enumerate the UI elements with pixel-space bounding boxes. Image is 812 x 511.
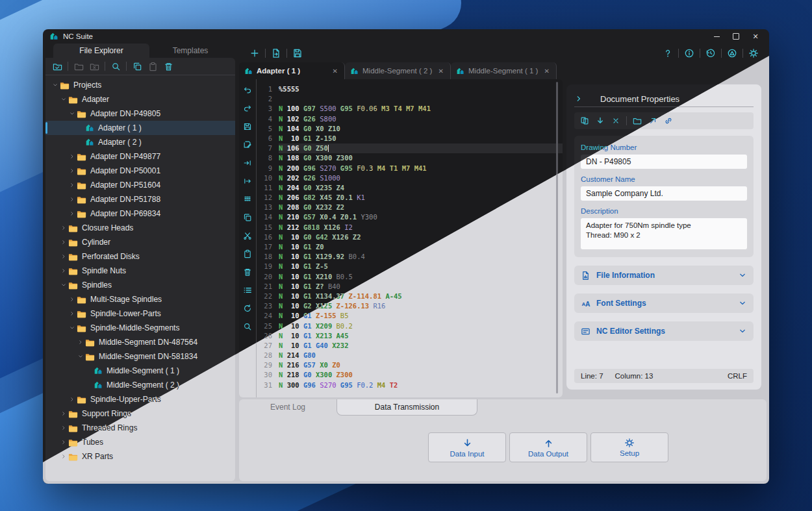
- expander-open-icon[interactable]: [68, 110, 77, 117]
- tree-folder-adapter-dn-p50001[interactable]: Adapter DN-P50001: [45, 164, 235, 178]
- save-badge-button[interactable]: [290, 46, 305, 60]
- editor-tab-middle-segment-1[interactable]: Middle-Segment ( 1 )✕: [451, 62, 557, 79]
- tree-folder-adapter-dn-p49877[interactable]: Adapter DN-P49877: [45, 149, 235, 164]
- tree-folder-tubes[interactable]: Tubes: [45, 435, 235, 449]
- search-button[interactable]: [108, 59, 123, 73]
- code-text[interactable]: N 218 G0 X300 Z300: [279, 370, 563, 380]
- code-text[interactable]: N 10 G1 X210 B0.5: [279, 272, 563, 282]
- code-text[interactable]: N 10 G1 X209 B0.2: [279, 321, 563, 331]
- expander-closed-icon[interactable]: [68, 210, 77, 217]
- nc-circle-button[interactable]: [724, 46, 740, 60]
- code-text[interactable]: N 10 G1 Z? B40: [279, 282, 563, 292]
- x-small-button[interactable]: [608, 114, 624, 128]
- list-button[interactable]: [241, 283, 255, 297]
- editor-scrollbar[interactable]: [556, 82, 558, 393]
- trash-button[interactable]: [241, 265, 255, 279]
- tree-folder-cylinder[interactable]: Cylinder: [45, 235, 235, 249]
- code-text[interactable]: N 10 G2 X125 Z-126.13 R16: [279, 301, 563, 311]
- save-button[interactable]: [241, 119, 255, 133]
- insert-button[interactable]: [241, 174, 255, 188]
- expander-closed-icon[interactable]: [59, 253, 68, 260]
- section-nc-editor-settings[interactable]: NC Editor Settings: [574, 321, 754, 341]
- expander-closed-icon[interactable]: [68, 168, 77, 174]
- editor-tab-middle-segment-2[interactable]: Middle-Segment ( 2 )✕: [345, 62, 451, 79]
- tab-close-button[interactable]: ✕: [437, 68, 445, 75]
- code-text[interactable]: N 10 G1 Z-150: [279, 134, 563, 143]
- tree-file-middle-segment-1[interactable]: Middle-Segment ( 1 ): [45, 364, 235, 378]
- code-text[interactable]: N 100 G97 S500 G95 F0.06 M3 T4 M7 M41: [279, 104, 563, 114]
- expander-closed-icon[interactable]: [59, 225, 68, 231]
- code-text[interactable]: N 212 G818 X126 I2: [279, 223, 563, 232]
- code-text[interactable]: N 10 G1 Z0: [279, 242, 563, 252]
- tree-folder-spindle-nuts[interactable]: Spindle Nuts: [45, 264, 235, 278]
- expander-open-icon[interactable]: [59, 96, 68, 103]
- folder-check-button[interactable]: [49, 59, 65, 73]
- gear-button[interactable]: [746, 46, 761, 60]
- expander-open-icon[interactable]: [76, 353, 85, 360]
- tree-folder-closure-heads[interactable]: Closure Heads: [45, 221, 235, 235]
- expander-open-icon[interactable]: [68, 325, 77, 331]
- code-text[interactable]: N 108 G0 X300 Z300: [279, 153, 563, 163]
- arrow-down-button[interactable]: [592, 114, 608, 128]
- code-text[interactable]: N 10 G0 G42 X126 Z2: [279, 232, 563, 242]
- history-button[interactable]: [703, 46, 718, 60]
- copy-button[interactable]: [129, 59, 145, 73]
- arrow-export-button[interactable]: [645, 114, 661, 128]
- code-text[interactable]: N 10 G1 G40 X232: [279, 341, 563, 351]
- code-text[interactable]: N 200 G96 S270 G95 F0.3 M4 T1 M7 M41: [279, 164, 563, 173]
- expander-closed-icon[interactable]: [59, 410, 68, 417]
- code-text[interactable]: N 210 G57 X0.4 Z0.1 Y300: [279, 212, 563, 222]
- search-button[interactable]: [241, 319, 255, 333]
- tree-folder-adapter-dn-p69834[interactable]: Adapter DN-P69834: [45, 206, 235, 221]
- help-button[interactable]: [660, 46, 676, 60]
- tree-folder-middle-segment-dn-581834[interactable]: Middle-Segment DN-581834: [45, 349, 235, 364]
- tree-folder-adapter-dn-p51788[interactable]: Adapter DN-P51788: [45, 192, 235, 206]
- expander-closed-icon[interactable]: [68, 396, 77, 403]
- customer-name-input[interactable]: Sample Company Ltd.: [581, 186, 747, 201]
- expander-closed-icon[interactable]: [68, 296, 77, 303]
- tab-close-button[interactable]: ✕: [331, 68, 339, 75]
- paste-button[interactable]: [241, 247, 255, 260]
- code-text[interactable]: N 300 G96 S270 G95 F0.2 M4 T2: [279, 380, 563, 390]
- save-as-button[interactable]: [241, 138, 255, 151]
- paste-button[interactable]: [145, 59, 160, 73]
- code-text[interactable]: N 206 G82 X45 Z0.1 K1: [279, 193, 563, 203]
- tree-folder-spindle-lower-parts[interactable]: Spindle-Lower-Parts: [45, 306, 235, 321]
- tab-templates[interactable]: Templates: [149, 44, 231, 58]
- tree-folder-perforated-disks[interactable]: Perforated Disks: [45, 249, 235, 264]
- code-text[interactable]: N 208 G0 X232 Z2: [279, 203, 563, 212]
- tab-file-explorer[interactable]: File Explorer: [53, 44, 149, 58]
- code-text[interactable]: N 10 G1 X134.37 Z-114.81 A-45: [279, 292, 563, 301]
- tree-folder-spindle-middle-segments[interactable]: Spindle-Middle-Segments: [45, 321, 235, 335]
- tree-file-adapter-1[interactable]: Adapter ( 1 ): [45, 121, 235, 135]
- code-text[interactable]: N 216 G57 X0 Z0: [279, 360, 563, 370]
- folder-x-button[interactable]: [86, 59, 102, 73]
- tree-folder-multi-stage-spindles[interactable]: Multi-Stage Spindles: [45, 292, 235, 306]
- tree-folder-adapter-dn-p49805[interactable]: Adapter DN-P49805: [45, 106, 235, 121]
- code-text[interactable]: N 202 G26 S1000: [279, 173, 563, 183]
- setup-button[interactable]: Setup: [590, 432, 668, 462]
- code-text[interactable]: N 204 G0 X235 Z4: [279, 183, 563, 193]
- description-textarea[interactable]: Adapter for 750Nm spindle type Thread: M…: [581, 218, 747, 249]
- tree-folder-xr-parts[interactable]: XR Parts: [45, 449, 235, 464]
- expander-closed-icon[interactable]: [59, 239, 68, 245]
- expander-closed-icon[interactable]: [68, 182, 77, 188]
- tree-file-adapter-2[interactable]: Adapter ( 2 ): [45, 135, 235, 149]
- tree-file-middle-segment-2[interactable]: Middle-Segment ( 2 ): [45, 378, 235, 392]
- data-input-button[interactable]: Data Input: [428, 432, 506, 462]
- plus-button[interactable]: [247, 46, 262, 60]
- expander-closed-icon[interactable]: [59, 439, 68, 445]
- code-text[interactable]: N 10 G1 X129.92 B0.4: [279, 252, 563, 262]
- tree-folder-adapter[interactable]: Adapter: [45, 92, 235, 106]
- transfer-button[interactable]: [577, 114, 592, 128]
- code-text[interactable]: N 10 G1 Z-5: [279, 262, 563, 271]
- trash-button[interactable]: [160, 59, 176, 73]
- expander-closed-icon[interactable]: [68, 153, 77, 160]
- doc-open-button[interactable]: [268, 46, 284, 60]
- expander-closed-icon[interactable]: [76, 339, 85, 345]
- tab-event-log[interactable]: Event Log: [239, 399, 336, 415]
- info-button[interactable]: [681, 46, 697, 60]
- tree-folder-adapter-dn-p51604[interactable]: Adapter DN-P51604: [45, 178, 235, 192]
- data-output-button[interactable]: Data Output: [509, 432, 587, 462]
- expander-closed-icon[interactable]: [68, 196, 77, 203]
